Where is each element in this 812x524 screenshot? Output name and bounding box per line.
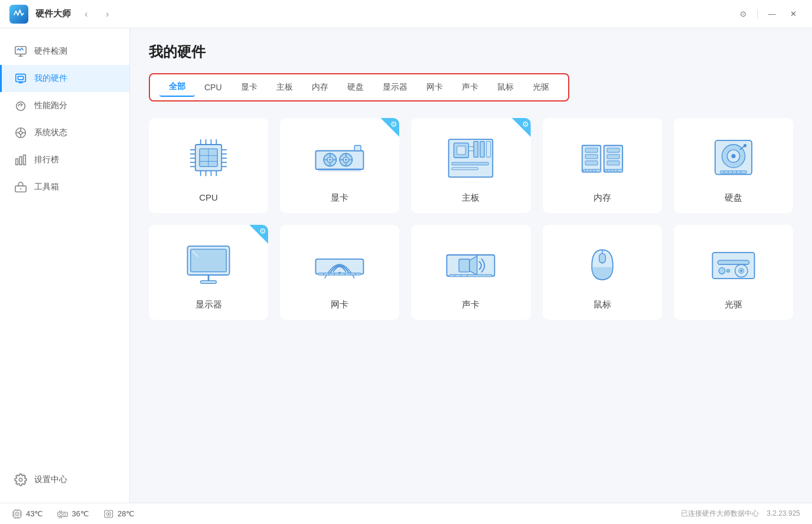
sidebar-label-toolbox: 工具箱 xyxy=(34,182,59,192)
svg-rect-67 xyxy=(452,162,488,165)
tab-all[interactable]: 全部 xyxy=(159,78,195,97)
sidebar-item-performance[interactable]: 性能跑分 xyxy=(0,92,129,119)
svg-rect-74 xyxy=(585,161,598,165)
svg-point-147 xyxy=(60,513,63,516)
sidebar-label-settings: 设置中心 xyxy=(34,474,67,485)
tab-motherboard[interactable]: 主板 xyxy=(267,78,302,96)
svg-point-10 xyxy=(19,131,22,135)
svg-line-8 xyxy=(21,104,22,106)
hw-card-display[interactable]: ⚙ 显示器 xyxy=(149,225,268,320)
sidebar-item-system-status[interactable]: 系统状态 xyxy=(0,119,129,146)
sidebar-item-my-hardware[interactable]: 我的硬件 xyxy=(0,65,129,92)
svg-rect-133 xyxy=(15,512,19,516)
memory-card-icon xyxy=(570,132,635,185)
svg-point-20 xyxy=(19,478,22,482)
hardware-grid: CPU ⚙ xyxy=(149,118,793,320)
tab-gpu[interactable]: 显卡 xyxy=(231,78,267,96)
hw-card-motherboard[interactable]: ⚙ xyxy=(411,118,530,213)
sidebar-item-toolbox[interactable]: 工具箱 xyxy=(0,173,129,201)
my-hardware-icon xyxy=(14,72,27,85)
titlebar-left: 硬件大师 ‹ › xyxy=(9,5,116,24)
hw-card-disk[interactable]: 硬盘 xyxy=(674,118,793,213)
svg-rect-95 xyxy=(720,171,746,173)
tab-optical[interactable]: 光驱 xyxy=(523,78,559,96)
sound-card-icon xyxy=(438,239,503,292)
svg-rect-126 xyxy=(718,260,749,264)
version-text: 3.2.23.925 xyxy=(767,509,800,518)
forward-button[interactable]: › xyxy=(99,6,116,22)
hw-card-memory[interactable]: 内存 xyxy=(543,118,662,213)
nav-buttons: ‹ › xyxy=(78,6,116,22)
motherboard-gear-icon: ⚙ xyxy=(522,120,529,129)
svg-rect-64 xyxy=(474,142,478,158)
motherboard-card-label: 主板 xyxy=(462,192,480,204)
svg-rect-63 xyxy=(457,146,465,155)
svg-point-130 xyxy=(719,268,725,274)
ctrl-sep xyxy=(757,9,758,19)
sidebar-label-performance: 性能跑分 xyxy=(34,100,67,111)
status-right: 已连接硬件大师数据中心 3.2.23.925 xyxy=(681,509,800,519)
svg-rect-124 xyxy=(599,254,605,263)
optical-card-label: 光驱 xyxy=(725,299,742,310)
close-button[interactable]: ✕ xyxy=(784,6,803,22)
gpu-badge: ⚙ xyxy=(380,118,399,137)
cpu-temp-value: 43℃ xyxy=(26,509,43,518)
tab-mouse[interactable]: 鼠标 xyxy=(488,78,523,96)
minimize-button[interactable]: — xyxy=(762,6,781,22)
memory-card-label: 内存 xyxy=(593,192,611,204)
svg-rect-105 xyxy=(201,281,217,283)
tab-disk[interactable]: 硬盘 xyxy=(338,78,373,96)
svg-rect-117 xyxy=(459,259,470,272)
tab-sound[interactable]: 声卡 xyxy=(452,78,488,96)
hw-card-optical[interactable]: 光驱 xyxy=(674,225,793,320)
hw-card-network[interactable]: 网卡 xyxy=(280,225,399,320)
motherboard-badge: ⚙ xyxy=(512,118,531,137)
mouse-card-label: 鼠标 xyxy=(593,299,611,310)
svg-rect-15 xyxy=(16,159,18,165)
hw-card-mouse[interactable]: 鼠标 xyxy=(543,225,662,320)
svg-rect-3 xyxy=(16,74,26,82)
hw-card-cpu[interactable]: CPU xyxy=(149,118,268,213)
svg-rect-81 xyxy=(607,148,619,152)
svg-rect-66 xyxy=(487,142,491,158)
svg-point-129 xyxy=(740,270,742,272)
settings-button[interactable]: ⊙ xyxy=(733,6,752,22)
motherboard-card-icon xyxy=(438,132,503,185)
back-button[interactable]: ‹ xyxy=(78,6,94,22)
svg-point-92 xyxy=(731,154,735,158)
svg-rect-125 xyxy=(712,253,754,279)
tab-network[interactable]: 网卡 xyxy=(417,78,452,96)
speedometer-icon xyxy=(14,99,27,112)
svg-rect-60 xyxy=(354,146,361,151)
network-card-label: 网卡 xyxy=(331,299,348,310)
sidebar: 硬件检测 我的硬件 性能跑分 xyxy=(0,28,130,503)
svg-point-148 xyxy=(63,513,66,516)
titlebar: 硬件大师 ‹ › ⊙ — ✕ xyxy=(0,0,812,28)
svg-point-47 xyxy=(329,159,331,161)
gpu-temp-icon xyxy=(57,509,68,519)
svg-rect-82 xyxy=(607,155,619,159)
tab-cpu[interactable]: CPU xyxy=(195,79,231,96)
display-badge: ⚙ xyxy=(249,225,268,244)
svg-point-131 xyxy=(726,269,729,272)
sidebar-item-ranking[interactable]: 排行榜 xyxy=(0,146,129,173)
app-title-text: 硬件大师 xyxy=(35,8,71,19)
svg-point-94 xyxy=(743,144,746,147)
gpu-card-icon xyxy=(307,132,372,185)
hw-card-sound[interactable]: 声卡 xyxy=(411,225,530,320)
chart-icon xyxy=(14,153,27,166)
sidebar-item-settings[interactable]: 设置中心 xyxy=(0,466,129,493)
svg-rect-17 xyxy=(24,155,26,165)
mouse-card-icon xyxy=(570,239,635,292)
gpu-gear-icon: ⚙ xyxy=(390,120,397,129)
svg-rect-72 xyxy=(585,148,598,152)
disk-card-label: 硬盘 xyxy=(725,192,742,204)
svg-rect-73 xyxy=(585,155,598,159)
hw-card-gpu[interactable]: ⚙ xyxy=(280,118,399,213)
sidebar-spacer xyxy=(0,201,129,466)
svg-rect-68 xyxy=(452,168,478,170)
svg-rect-146 xyxy=(58,512,68,517)
sidebar-item-hardware-check[interactable]: 硬件检测 xyxy=(0,38,129,65)
tab-memory[interactable]: 内存 xyxy=(302,78,338,96)
tab-display[interactable]: 显示器 xyxy=(373,78,417,96)
